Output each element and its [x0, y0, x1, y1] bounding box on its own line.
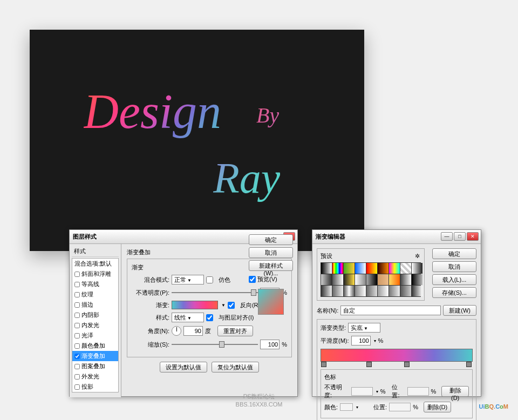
style-item[interactable]: 图案叠加 — [72, 361, 118, 371]
style-checkbox[interactable] — [74, 343, 80, 349]
preset-swatch[interactable] — [332, 286, 343, 296]
opacity-slider[interactable] — [172, 289, 258, 296]
reset-default-button[interactable]: 复位为默认值 — [212, 362, 259, 372]
preset-swatch[interactable] — [412, 274, 422, 285]
ok-button[interactable]: 确定 — [432, 248, 476, 259]
save-button[interactable]: 存储(S)... — [432, 287, 476, 298]
style-checkbox[interactable] — [74, 272, 80, 277]
style-checkbox[interactable] — [74, 374, 80, 380]
style-checkbox[interactable] — [74, 364, 80, 369]
stop-color-well[interactable] — [340, 403, 353, 411]
preset-swatch[interactable] — [355, 263, 366, 274]
gear-icon[interactable]: ✲ — [413, 253, 421, 260]
style-item[interactable]: 内阴影 — [72, 310, 118, 320]
style-checkbox[interactable] — [74, 302, 80, 308]
make-default-button[interactable]: 设置为默认值 — [160, 362, 207, 372]
stop-opacity-input[interactable] — [351, 387, 372, 396]
smoothness-label: 平滑度(M): — [321, 337, 349, 345]
minimize-icon[interactable]: — — [441, 232, 453, 241]
preset-swatch[interactable] — [400, 286, 411, 296]
maximize-icon[interactable]: □ — [454, 232, 466, 241]
style-item[interactable]: 内发光 — [72, 320, 118, 330]
stop-position-input[interactable] — [407, 387, 428, 396]
chevron-down-icon[interactable]: ▼ — [221, 303, 226, 308]
preset-swatch[interactable] — [378, 274, 388, 285]
preset-swatch[interactable] — [321, 274, 332, 285]
artwork-text-ray: Ray — [213, 154, 280, 203]
percent-label: % — [378, 337, 384, 344]
preset-swatch[interactable] — [321, 263, 332, 274]
preset-swatch[interactable] — [332, 274, 343, 285]
reverse-checkbox[interactable] — [228, 302, 235, 309]
preset-swatch[interactable] — [389, 286, 400, 296]
align-checkbox[interactable] — [206, 314, 213, 321]
style-checkbox[interactable] — [74, 354, 80, 359]
gradient-stop[interactable] — [466, 362, 472, 367]
preset-swatch[interactable] — [366, 274, 377, 285]
preset-swatch[interactable] — [344, 286, 355, 296]
preset-swatch[interactable] — [321, 286, 332, 296]
preset-swatch[interactable] — [344, 274, 355, 285]
delete-stop-button[interactable]: 删除(D) — [424, 402, 451, 412]
blend-mode-select[interactable]: 正常▼ — [172, 275, 204, 284]
name-input[interactable] — [340, 306, 441, 315]
stop-position-input[interactable] — [389, 403, 411, 411]
reset-align-button[interactable]: 重置对齐 — [217, 326, 253, 336]
angle-input[interactable] — [183, 326, 203, 336]
style-checkbox[interactable] — [74, 292, 80, 297]
style-item[interactable]: 描边 — [72, 300, 118, 310]
gradient-editor-titlebar[interactable]: 渐变编辑器 — □ ✕ — [312, 230, 481, 244]
style-item[interactable]: 光泽 — [72, 330, 118, 341]
gradient-type-select[interactable]: 实底▼ — [348, 323, 380, 333]
style-select[interactable]: 线性▼ — [172, 313, 204, 322]
close-icon[interactable]: ✕ — [467, 232, 479, 241]
gradient-bar[interactable] — [321, 349, 473, 362]
style-item[interactable]: 外发光 — [72, 371, 118, 382]
style-checkbox[interactable] — [74, 384, 80, 390]
angle-dial[interactable] — [172, 326, 181, 336]
cancel-button[interactable]: 取消 — [432, 261, 476, 272]
preset-swatch[interactable] — [344, 263, 355, 274]
gradient-stop[interactable] — [321, 362, 326, 367]
gradient-preview[interactable] — [172, 301, 218, 309]
preset-swatch[interactable] — [412, 286, 422, 296]
new-style-button[interactable]: 新建样式(W)... — [249, 260, 293, 271]
preset-swatch[interactable] — [400, 263, 411, 274]
gradient-stop[interactable] — [366, 362, 372, 367]
style-checkbox[interactable] — [74, 313, 80, 318]
style-checkbox[interactable] — [74, 333, 80, 338]
cancel-button[interactable]: 取消 — [249, 247, 293, 258]
preset-swatch[interactable] — [389, 263, 400, 274]
preset-swatch[interactable] — [366, 286, 377, 296]
style-item[interactable]: 投影 — [72, 382, 118, 392]
preset-swatch[interactable] — [332, 263, 343, 274]
style-checkbox[interactable] — [74, 282, 80, 287]
preset-swatch[interactable] — [355, 274, 366, 285]
style-blend-options[interactable]: 混合选项:默认 — [72, 259, 118, 269]
style-item[interactable]: 斜面和浮雕 — [72, 269, 118, 279]
style-checkbox[interactable] — [74, 323, 80, 328]
ok-button[interactable]: 确定 — [249, 234, 293, 245]
preset-swatch[interactable] — [378, 263, 388, 274]
preview-checkbox[interactable] — [249, 276, 256, 283]
scale-input[interactable] — [260, 340, 280, 349]
chevron-down-icon[interactable]: ▾ — [374, 338, 376, 343]
new-button[interactable]: 新建(W) — [443, 305, 476, 316]
dither-checkbox[interactable] — [206, 276, 213, 283]
style-item[interactable]: 等高线 — [72, 279, 118, 289]
preset-swatch[interactable] — [366, 263, 377, 274]
delete-stop-button[interactable]: 删除(D) — [441, 386, 469, 397]
scale-slider[interactable] — [172, 341, 258, 348]
smoothness-input[interactable] — [351, 336, 371, 346]
style-item[interactable]: 渐变叠加 — [72, 351, 118, 361]
preset-swatch[interactable] — [389, 274, 400, 285]
gradient-stop[interactable] — [404, 362, 410, 367]
style-item[interactable]: 纹理 — [72, 289, 118, 300]
load-button[interactable]: 载入(L)... — [432, 274, 476, 285]
preset-swatch[interactable] — [412, 263, 422, 274]
preset-swatch[interactable] — [400, 274, 411, 285]
style-item[interactable]: 颜色叠加 — [72, 341, 118, 351]
preset-swatch[interactable] — [355, 286, 366, 296]
preset-swatch[interactable] — [378, 286, 388, 296]
layer-style-dialog: 图层样式 ✕ 样式 混合选项:默认 斜面和浮雕等高线纹理描边内阴影内发光光泽颜色… — [69, 229, 298, 397]
